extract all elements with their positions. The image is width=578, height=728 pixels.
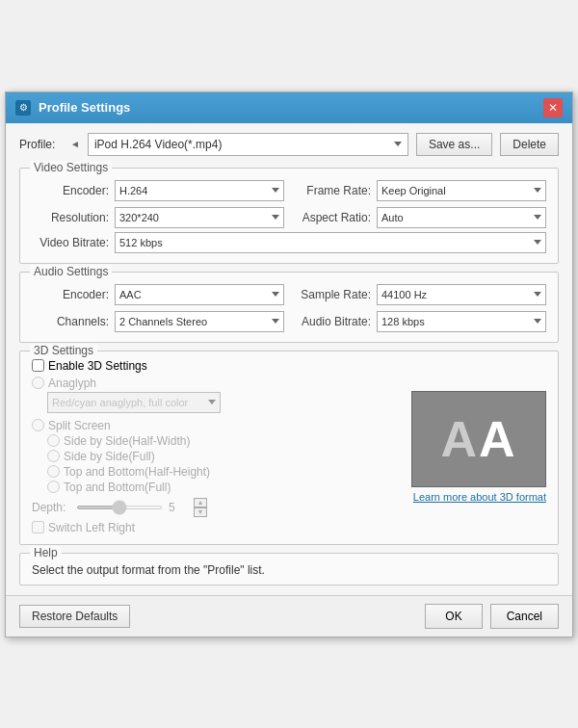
profile-row: Profile: ◄ iPod H.264 Video(*.mp4) Save … [19, 133, 559, 156]
audio-bitrate-field: Audio Bitrate: 128 kbps [294, 311, 546, 332]
3d-settings-body: Enable 3D Settings Anaglyph Red/cyan ana… [32, 359, 546, 534]
channels-field: Channels: 2 Channels Stereo [32, 311, 284, 332]
switch-left-right-label: Switch Left Right [48, 521, 135, 534]
resolution-field: Resolution: 320*240 [32, 207, 284, 228]
anaglyph-label: Anaglyph [48, 377, 96, 390]
sample-rate-label: Sample Rate: [294, 288, 371, 301]
split-screen-radio-row: Split Screen [32, 419, 402, 432]
delete-button[interactable]: Delete [500, 133, 559, 156]
sample-rate-select[interactable]: 44100 Hz [377, 284, 546, 305]
help-title: Help [30, 546, 62, 559]
split-option-1: Side by Side(Half-Width) [47, 434, 402, 448]
sbs-full-radio[interactable] [47, 450, 60, 462]
profile-dropdown[interactable]: iPod H.264 Video(*.mp4) [88, 133, 408, 156]
depth-down-button[interactable]: ▼ [194, 507, 207, 517]
audio-settings-grid: Encoder: AAC Sample Rate: 44100 Hz Chann… [32, 284, 546, 332]
tb-full-radio[interactable] [47, 481, 60, 493]
video-bitrate-label: Video Bitrate: [32, 236, 109, 249]
aspect-ratio-field: Aspect Ratio: Auto [294, 207, 546, 228]
sbs-full-label: Side by Side(Full) [64, 450, 155, 463]
depth-row: Depth: 5 ▲ ▼ [32, 498, 402, 517]
audio-settings-title: Audio Settings [30, 265, 112, 278]
split-screen-options: Side by Side(Half-Width) Side by Side(Fu… [47, 434, 402, 494]
depth-up-button[interactable]: ▲ [194, 498, 207, 507]
3d-settings-title: 3D Settings [30, 344, 97, 357]
audio-encoder-label: Encoder: [32, 288, 109, 301]
encoder-label: Encoder: [32, 184, 109, 197]
aa-text: AA [440, 410, 516, 468]
aa-right: A [479, 410, 517, 468]
sbs-half-radio[interactable] [47, 434, 60, 447]
close-button[interactable]: ✕ [543, 98, 563, 117]
video-settings-title: Video Settings [30, 161, 112, 174]
footer-right: OK Cancel [425, 604, 559, 629]
audio-bitrate-select[interactable]: 128 kbps [377, 311, 546, 332]
dialog-footer: Restore Defaults OK Cancel [6, 595, 572, 637]
tb-half-radio[interactable] [47, 465, 60, 478]
aa-left: A [440, 410, 479, 468]
video-bitrate-row: Video Bitrate: 512 kbps [32, 232, 546, 253]
audio-settings-section: Audio Settings Encoder: AAC Sample Rate:… [19, 272, 559, 343]
split-option-3: Top and Bottom(Half-Height) [47, 465, 402, 479]
depth-label: Depth: [32, 501, 70, 514]
save-as-button[interactable]: Save as... [416, 133, 492, 156]
audio-encoder-field: Encoder: AAC [32, 284, 284, 305]
split-option-2: Side by Side(Full) [47, 450, 402, 463]
sbs-half-label: Side by Side(Half-Width) [64, 434, 190, 448]
title-bar-left: ⚙ Profile Settings [15, 100, 130, 116]
audio-bitrate-label: Audio Bitrate: [294, 315, 371, 328]
help-section: Help Select the output format from the "… [19, 553, 559, 585]
learn-more-link[interactable]: Learn more about 3D format [411, 491, 546, 503]
depth-spinner: ▲ ▼ [194, 498, 207, 517]
audio-encoder-select[interactable]: AAC [115, 284, 284, 305]
frame-rate-label: Frame Rate: [294, 184, 371, 197]
ok-button[interactable]: OK [425, 604, 482, 629]
video-bitrate-select[interactable]: 512 kbps [115, 232, 546, 253]
video-settings-grid: Encoder: H.264 Frame Rate: Keep Original… [32, 180, 546, 228]
title-bar: ⚙ Profile Settings ✕ [6, 92, 572, 123]
3d-settings-section: 3D Settings Enable 3D Settings Anaglyph [19, 351, 559, 545]
profile-nav-icon: ◄ [70, 139, 80, 149]
sample-rate-field: Sample Rate: 44100 Hz [294, 284, 546, 305]
video-settings-section: Video Settings Encoder: H.264 Frame Rate… [19, 168, 559, 264]
switch-row: Switch Left Right [32, 521, 402, 534]
aspect-ratio-label: Aspect Ratio: [294, 211, 371, 224]
profile-settings-dialog: ⚙ Profile Settings ✕ Profile: ◄ iPod H.2… [5, 91, 573, 637]
channels-select[interactable]: 2 Channels Stereo [115, 311, 284, 332]
channels-label: Channels: [32, 315, 109, 328]
encoder-select[interactable]: H.264 [115, 180, 284, 201]
resolution-label: Resolution: [32, 211, 109, 224]
aa-preview: AA [411, 391, 546, 487]
frame-rate-select[interactable]: Keep Original [377, 180, 546, 201]
profile-label: Profile: [19, 138, 63, 151]
enable-3d-label: Enable 3D Settings [48, 359, 147, 373]
enable-3d-row: Enable 3D Settings [32, 359, 402, 373]
split-screen-label: Split Screen [48, 419, 111, 432]
tb-half-label: Top and Bottom(Half-Height) [64, 465, 210, 479]
restore-defaults-button[interactable]: Restore Defaults [19, 605, 130, 628]
encoder-field: Encoder: H.264 [32, 180, 284, 201]
cancel-button[interactable]: Cancel [490, 604, 559, 629]
radio-group-anaglyph: Anaglyph Red/cyan anaglyph, full color S… [32, 377, 402, 494]
settings-icon: ⚙ [15, 100, 31, 116]
split-option-4: Top and Bottom(Full) [47, 481, 402, 494]
depth-slider[interactable] [76, 506, 163, 509]
split-screen-radio[interactable] [32, 419, 44, 431]
window-title: Profile Settings [39, 100, 130, 115]
anaglyph-select: Red/cyan anaglyph, full color [47, 392, 221, 413]
dialog-body: Profile: ◄ iPod H.264 Video(*.mp4) Save … [6, 123, 572, 595]
anaglyph-radio[interactable] [32, 377, 44, 389]
enable-3d-checkbox[interactable] [32, 359, 44, 372]
tb-full-label: Top and Bottom(Full) [64, 481, 171, 494]
depth-value: 5 [169, 501, 188, 514]
3d-settings-right: AA Learn more about 3D format [411, 359, 546, 534]
frame-rate-field: Frame Rate: Keep Original [294, 180, 546, 201]
3d-settings-left: Enable 3D Settings Anaglyph Red/cyan ana… [32, 359, 402, 534]
anaglyph-radio-row: Anaglyph [32, 377, 402, 390]
aspect-ratio-select[interactable]: Auto [377, 207, 546, 228]
resolution-select[interactable]: 320*240 [115, 207, 284, 228]
switch-left-right-checkbox[interactable] [32, 521, 44, 533]
help-text: Select the output format from the "Profi… [32, 563, 546, 577]
